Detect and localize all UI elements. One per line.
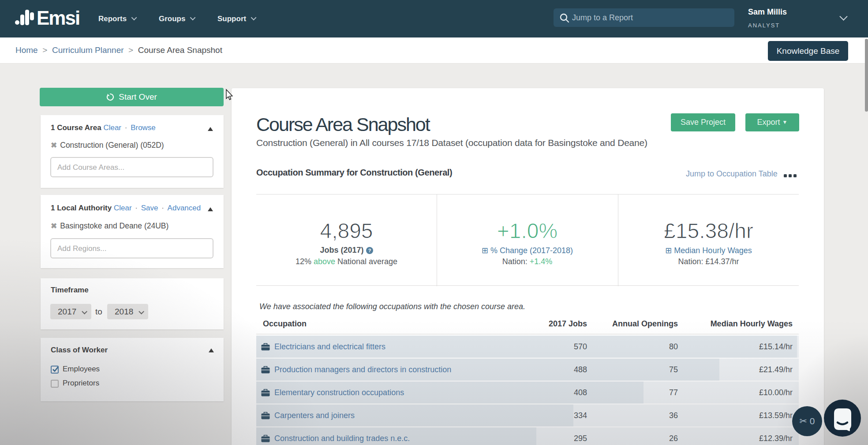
svg-text:?: ? <box>368 248 371 253</box>
